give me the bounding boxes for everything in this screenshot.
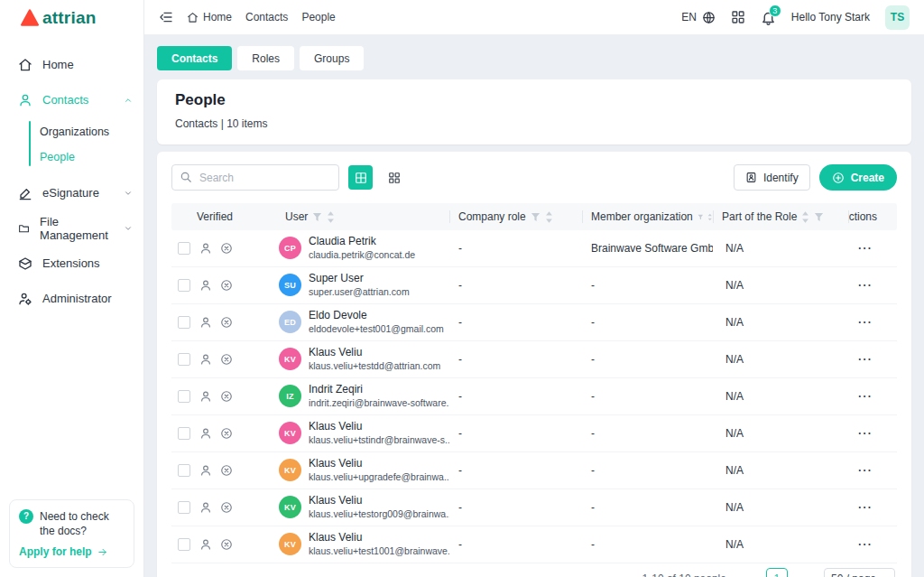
- apply-for-help-link[interactable]: Apply for help: [19, 545, 125, 558]
- row-actions-menu[interactable]: ⋯: [848, 315, 897, 330]
- user-email: klaus.veliu+testdd@attrian.com: [309, 360, 440, 373]
- language-selector[interactable]: EN: [681, 11, 716, 24]
- table-row: IZ Indrit Zeqiri indrit.zeqiri@brainwave…: [171, 378, 897, 415]
- sidebar-item-esignature[interactable]: eSignature: [0, 175, 143, 210]
- not-verified-icon[interactable]: [220, 316, 233, 329]
- card-view-toggle[interactable]: [382, 165, 406, 190]
- row-checkbox[interactable]: [178, 464, 190, 477]
- row-actions-menu[interactable]: ⋯: [848, 426, 897, 441]
- row-user-cell[interactable]: KV Klaus Veliu klaus.veliu+tstindr@brain…: [271, 420, 449, 446]
- filter-icon[interactable]: [312, 212, 322, 222]
- row-user-cell[interactable]: IZ Indrit Zeqiri indrit.zeqiri@brainwave…: [271, 383, 449, 409]
- row-user-cell[interactable]: KV Klaus Veliu klaus.veliu+upgradefe@bra…: [271, 457, 449, 483]
- identify-button[interactable]: Identify: [734, 164, 810, 191]
- apps-grid-icon[interactable]: [731, 10, 745, 24]
- create-button[interactable]: Create: [819, 164, 897, 191]
- tab-groups[interactable]: Groups: [300, 46, 364, 70]
- user-meta: Klaus Veliu klaus.veliu+testdd@attrian.c…: [309, 346, 440, 372]
- user-status-icon[interactable]: [199, 538, 212, 551]
- user-avatar[interactable]: TS: [885, 5, 910, 30]
- user-status-icon[interactable]: [199, 427, 212, 440]
- table-row: ED Eldo Devole eldodevole+test001@gmail.…: [171, 304, 897, 341]
- identify-icon: [745, 172, 757, 183]
- row-checkbox[interactable]: [178, 316, 190, 329]
- prev-page-icon[interactable]: ‹: [737, 568, 759, 577]
- row-select-cell: [171, 279, 197, 292]
- user-status-icon[interactable]: [199, 242, 212, 255]
- user-avatar: ED: [279, 311, 301, 333]
- row-user-cell[interactable]: KV Klaus Veliu klaus.veliu+testdd@attria…: [271, 346, 449, 372]
- page-size-select[interactable]: 50 / page: [824, 568, 895, 577]
- sidebar-item-home[interactable]: Home: [0, 47, 143, 82]
- sidebar-fold-icon[interactable]: [159, 10, 173, 24]
- row-user-cell[interactable]: SU Super User super.user@attrian.com: [271, 272, 449, 298]
- breadcrumb-contacts[interactable]: Contacts: [245, 11, 288, 23]
- row-actions-menu[interactable]: ⋯: [848, 352, 897, 367]
- not-verified-icon[interactable]: [220, 538, 233, 551]
- sort-icon[interactable]: [545, 211, 553, 223]
- not-verified-icon[interactable]: [220, 427, 233, 440]
- user-name: Super User: [309, 272, 410, 286]
- user-status-icon[interactable]: [199, 353, 212, 366]
- user-status-icon[interactable]: [199, 464, 212, 477]
- breadcrumb-home[interactable]: Home: [187, 11, 232, 23]
- row-checkbox[interactable]: [178, 427, 190, 440]
- sidebar-item-file-management[interactable]: File Management: [0, 210, 143, 246]
- table-view-toggle[interactable]: [348, 165, 373, 190]
- notifications-bell[interactable]: 3: [761, 10, 776, 25]
- row-checkbox[interactable]: [178, 538, 190, 551]
- not-verified-icon[interactable]: [220, 390, 233, 403]
- sidebar-subitem-organizations[interactable]: Organizations: [0, 119, 143, 144]
- tab-roles[interactable]: Roles: [237, 46, 294, 70]
- user-status-icon[interactable]: [199, 501, 212, 514]
- row-actions-menu[interactable]: ⋯: [848, 241, 897, 256]
- row-checkbox[interactable]: [178, 353, 190, 366]
- page-1-button[interactable]: 1: [766, 568, 788, 577]
- table-row: KV Klaus Veliu klaus.veliu+testorg009@br…: [171, 489, 897, 526]
- table-row: KV Klaus Veliu klaus.veliu+tstindr@brain…: [171, 415, 897, 452]
- sidebar-item-extensions[interactable]: Extensions: [0, 246, 143, 281]
- user-status-icon[interactable]: [199, 316, 212, 329]
- sidebar-item-contacts[interactable]: Contacts: [0, 82, 143, 117]
- row-actions-menu[interactable]: ⋯: [848, 500, 897, 515]
- row-user-cell[interactable]: KV Klaus Veliu klaus.veliu+testorg009@br…: [271, 494, 449, 520]
- sidebar-subitem-people[interactable]: People: [0, 144, 143, 170]
- filter-icon[interactable]: [814, 212, 824, 222]
- next-page-icon[interactable]: ›: [795, 568, 817, 577]
- user-status-icon[interactable]: [199, 390, 212, 403]
- row-actions-menu[interactable]: ⋯: [848, 389, 897, 404]
- row-select-cell: [171, 501, 197, 514]
- row-actions-menu[interactable]: ⋯: [848, 463, 897, 478]
- column-label: Actions: [848, 210, 877, 223]
- row-checkbox[interactable]: [178, 242, 190, 255]
- header-member-organization: Member organization: [582, 203, 713, 230]
- not-verified-icon[interactable]: [220, 353, 233, 366]
- filter-icon[interactable]: [531, 212, 541, 222]
- filter-icon[interactable]: [698, 212, 704, 222]
- not-verified-icon[interactable]: [220, 279, 233, 292]
- user-avatar: KV: [279, 348, 301, 370]
- not-verified-icon[interactable]: [220, 464, 233, 477]
- row-checkbox[interactable]: [178, 279, 190, 292]
- row-checkbox[interactable]: [178, 501, 190, 514]
- user-avatar: IZ: [279, 385, 301, 407]
- sidebar-item-administrator[interactable]: Administrator: [0, 281, 143, 316]
- row-actions-menu[interactable]: ⋯: [848, 278, 897, 293]
- tab-contacts[interactable]: Contacts: [157, 46, 232, 70]
- breadcrumb-people[interactable]: People: [301, 11, 335, 23]
- sort-icon[interactable]: [327, 211, 335, 223]
- brand-logo[interactable]: attrian: [0, 0, 143, 36]
- row-user-cell[interactable]: ED Eldo Devole eldodevole+test001@gmail.…: [271, 309, 449, 335]
- not-verified-icon[interactable]: [220, 242, 233, 255]
- not-verified-icon[interactable]: [220, 501, 233, 514]
- search-input[interactable]: [171, 164, 339, 191]
- row-user-cell[interactable]: CP Claudia Petrik claudia.petrik@concat.…: [271, 235, 449, 261]
- sort-icon[interactable]: [801, 211, 809, 223]
- row-checkbox[interactable]: [178, 390, 190, 403]
- row-actions-menu[interactable]: ⋯: [848, 537, 897, 552]
- user-name: Klaus Veliu: [309, 494, 449, 508]
- chevron-down-icon: [124, 189, 133, 198]
- user-avatar: SU: [279, 274, 301, 296]
- user-status-icon[interactable]: [199, 279, 212, 292]
- row-user-cell[interactable]: KV Klaus Veliu klaus.veliu+test1001@brai…: [271, 531, 449, 557]
